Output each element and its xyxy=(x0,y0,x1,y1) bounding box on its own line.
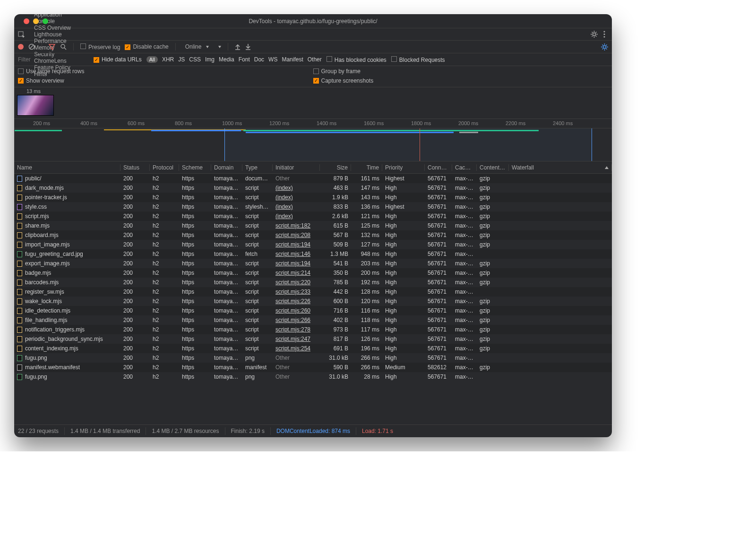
disable-cache-checkbox[interactable]: Disable cache xyxy=(125,43,168,50)
file-icon xyxy=(17,317,22,323)
type-filters: AllXHRJSCSSImgMediaFontDocWSManifestOthe… xyxy=(146,56,322,63)
initiator-link[interactable]: (index) xyxy=(275,213,293,220)
initiator-link[interactable]: script.mjs:278 xyxy=(275,326,310,333)
preserve-log-checkbox[interactable]: Preserve log xyxy=(80,43,120,51)
svg-point-19 xyxy=(603,45,606,48)
filter-type-media[interactable]: Media xyxy=(219,56,234,63)
file-icon xyxy=(17,261,22,267)
table-row[interactable]: pointer-tracker.js200h2httpstomayac…scri… xyxy=(14,193,612,202)
filter-type-all[interactable]: All xyxy=(146,56,158,63)
status-transferred: 1.4 MB / 1.4 MB transferred xyxy=(70,428,140,434)
table-row[interactable]: register_sw.mjs200h2httpstomayac…scripts… xyxy=(14,287,612,297)
filter-type-other[interactable]: Other xyxy=(308,56,322,63)
table-row[interactable]: fugu_greeting_card.jpg200h2httpstomayac…… xyxy=(14,249,612,259)
filter-input[interactable] xyxy=(18,56,89,63)
table-row[interactable]: style.css200h2httpstomayac…stylesheet(in… xyxy=(14,202,612,212)
group-frame-checkbox[interactable]: Group by frame xyxy=(313,68,609,75)
filter-type-xhr[interactable]: XHR xyxy=(162,56,174,63)
table-row[interactable]: share.mjs200h2httpstomayac…scriptscript.… xyxy=(14,221,612,230)
timeline-ruler[interactable]: 200 ms400 ms600 ms800 ms1000 ms1200 ms14… xyxy=(14,119,612,128)
table-row[interactable]: clipboard.mjs200h2httpstomayac…scriptscr… xyxy=(14,230,612,240)
table-row[interactable]: wake_lock.mjs200h2httpstomayac…scriptscr… xyxy=(14,297,612,306)
request-name: notification_triggers.mjs xyxy=(25,326,85,333)
table-row[interactable]: manifest.webmanifest200h2httpstomayac…ma… xyxy=(14,363,612,372)
initiator-link[interactable]: script.mjs:194 xyxy=(275,241,310,248)
show-overview-checkbox[interactable]: Show overview xyxy=(18,77,313,84)
capture-screenshots-checkbox[interactable]: Capture screenshots xyxy=(313,77,609,84)
filter-type-img[interactable]: Img xyxy=(205,56,215,63)
table-row[interactable]: file_handling.mjs200h2httpstomayac…scrip… xyxy=(14,315,612,325)
table-row[interactable]: script.mjs200h2httpstomayac…script(index… xyxy=(14,212,612,221)
file-icon xyxy=(17,204,22,210)
blocked-cookies-checkbox[interactable]: Has blocked cookies xyxy=(326,56,387,63)
download-har-icon[interactable] xyxy=(245,43,251,50)
table-row[interactable]: notification_triggers.mjs200h2httpstomay… xyxy=(14,325,612,334)
table-row[interactable]: badge.mjs200h2httpstomayac…scriptscript.… xyxy=(14,268,612,278)
record-button[interactable] xyxy=(18,44,24,50)
request-name: share.mjs xyxy=(25,222,50,229)
blocked-requests-checkbox[interactable]: Blocked Requests xyxy=(391,56,445,63)
table-row[interactable]: periodic_background_sync.mjs200h2httpsto… xyxy=(14,334,612,344)
initiator-link[interactable]: (index) xyxy=(275,185,293,191)
initiator-link[interactable]: script.mjs:233 xyxy=(275,288,310,295)
clear-button[interactable] xyxy=(28,43,35,50)
filter-type-ws[interactable]: WS xyxy=(268,56,277,63)
initiator-link[interactable]: script.mjs:247 xyxy=(275,336,310,342)
ruler-tick: 1200 ms xyxy=(269,120,289,126)
table-row[interactable]: dark_mode.mjs200h2httpstomayac…script(in… xyxy=(14,183,612,193)
initiator-link[interactable]: (index) xyxy=(275,194,293,201)
upload-har-icon[interactable] xyxy=(235,43,241,50)
table-header[interactable]: Name Status Protocol Scheme Domain Type … xyxy=(14,161,612,174)
filter-type-doc[interactable]: Doc xyxy=(254,56,264,63)
table-row[interactable]: idle_detection.mjs200h2httpstomayac…scri… xyxy=(14,306,612,315)
initiator-link[interactable]: script.mjs:194 xyxy=(275,260,310,267)
table-row[interactable]: fugu.png200h2httpstomayac…pngOther31.0 k… xyxy=(14,353,612,363)
svg-line-14 xyxy=(30,45,34,49)
initiator-link[interactable]: (index) xyxy=(275,203,293,210)
filter-icon[interactable] xyxy=(49,43,55,50)
initiator-link[interactable]: script.mjs:220 xyxy=(275,279,310,286)
initiator-link[interactable]: script.mjs:146 xyxy=(275,251,310,257)
filter-type-css[interactable]: CSS xyxy=(189,56,201,63)
file-icon xyxy=(17,195,22,201)
initiator-link[interactable]: script.mjs:182 xyxy=(275,222,310,229)
inspect-icon[interactable] xyxy=(14,31,28,38)
search-icon[interactable] xyxy=(60,43,67,50)
status-bar: 22 / 23 requests 1.4 MB / 1.4 MB transfe… xyxy=(14,424,612,437)
svg-line-9 xyxy=(592,36,593,37)
screenshot-thumb[interactable] xyxy=(17,95,54,116)
initiator-link[interactable]: script.mjs:254 xyxy=(275,345,310,352)
timeline-overview[interactable] xyxy=(14,128,612,161)
request-name: fugu_greeting_card.jpg xyxy=(25,251,83,257)
table-row[interactable]: content_indexing.mjs200h2httpstomayac…sc… xyxy=(14,344,612,353)
initiator-link[interactable]: script.mjs:266 xyxy=(275,317,310,323)
network-settings-icon[interactable] xyxy=(601,43,608,51)
filter-type-font[interactable]: Font xyxy=(239,56,250,63)
hide-data-urls-checkbox[interactable]: Hide data URLs xyxy=(94,56,142,63)
screenshot-timestamp: 13 ms xyxy=(26,88,609,94)
large-rows-checkbox[interactable]: Use large request rows xyxy=(18,68,313,75)
ruler-tick: 2200 ms xyxy=(506,120,525,126)
screenshots-strip: 13 ms xyxy=(14,87,612,119)
table-row[interactable]: public/200h2httpstomayac…documentOther87… xyxy=(14,174,612,183)
request-name: badge.mjs xyxy=(25,270,51,276)
table-row[interactable]: import_image.mjs200h2httpstomayac…script… xyxy=(14,240,612,249)
file-icon xyxy=(17,213,22,220)
settings-icon[interactable] xyxy=(591,31,598,38)
initiator-text: Other xyxy=(275,175,290,182)
table-row[interactable]: fugu.png200h2httpstomayac…pngOther31.0 k… xyxy=(14,372,612,381)
panel-tabs: ElementsSourcesNetworkApplicationConsole… xyxy=(14,28,612,41)
initiator-link[interactable]: script.mjs:214 xyxy=(275,270,310,276)
tab-lighthouse[interactable]: Lighthouse xyxy=(28,31,77,38)
filter-type-manifest[interactable]: Manifest xyxy=(282,56,303,63)
initiator-link[interactable]: script.mjs:260 xyxy=(275,307,310,314)
more-icon[interactable] xyxy=(603,31,605,38)
initiator-link[interactable]: script.mjs:226 xyxy=(275,298,310,305)
table-row[interactable]: export_image.mjs200h2httpstomayac…script… xyxy=(14,259,612,268)
initiator-link[interactable]: script.mjs:208 xyxy=(275,232,310,238)
table-row[interactable]: barcodes.mjs200h2httpstomayac…scriptscri… xyxy=(14,278,612,287)
svg-line-7 xyxy=(596,36,597,37)
filter-type-js[interactable]: JS xyxy=(178,56,185,63)
throttle-preset-dropdown[interactable] xyxy=(218,46,221,48)
throttle-select[interactable]: Online xyxy=(182,43,212,50)
